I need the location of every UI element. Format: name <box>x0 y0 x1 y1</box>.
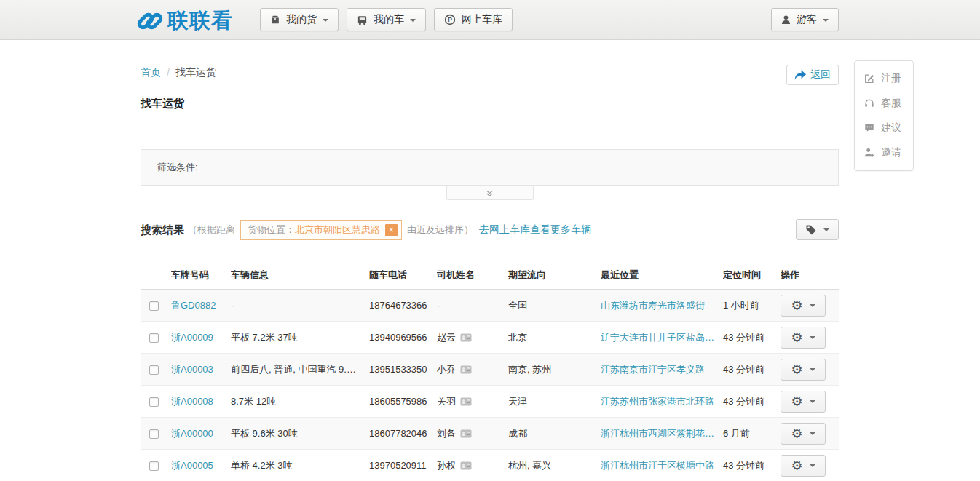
plate-link[interactable]: 浙A00005 <box>171 460 213 471</box>
id-card-icon <box>460 333 472 342</box>
side-panel-item-label: 注册 <box>881 72 901 85</box>
location-cell: 山东潍坊市寿光市洛盛街 <box>601 299 723 312</box>
app-logo[interactable]: 联联看 <box>136 7 233 36</box>
gear-icon: ⚙ <box>791 363 802 376</box>
vehicles-table: 车牌号码车辆信息随车电话司机姓名期望流向最近位置定位时间操作 鲁GD0882-1… <box>141 261 839 481</box>
main-content: 首页 / 找车运货 返回 找车运货 筛选条件: 搜索结果 （根据距离 货物位置：… <box>141 40 839 481</box>
gear-icon: ⚙ <box>791 427 802 440</box>
driver-name: - <box>437 300 440 311</box>
nav-menu-my-truck[interactable]: 我的车 <box>347 8 426 31</box>
table-row: 浙A00005单桥 4.2米 3吨13970520911孙权杭州, 嘉兴浙江杭州… <box>141 450 839 481</box>
chevron-down-icon <box>410 19 416 22</box>
chevron-down-icon <box>823 19 829 22</box>
column-header: 车辆信息 <box>231 269 369 282</box>
results-suffix: 由近及远排序） <box>407 223 473 236</box>
vehicle-info: 单桥 4.2米 3吨 <box>231 459 369 472</box>
nav-menu-label: 我的车 <box>374 13 404 26</box>
side-panel-item-invite[interactable]: 邀请 <box>855 140 913 165</box>
plate-cell: 浙A00005 <box>171 459 231 472</box>
plate-cell: 鲁GD0882 <box>171 299 231 312</box>
logo-text: 联联看 <box>167 7 233 36</box>
column-header: 期望流向 <box>508 269 601 282</box>
row-actions-button[interactable]: ⚙ <box>781 423 826 445</box>
table-row: 浙A000088.7米 12吨18605575986关羽天津江苏苏州市张家港市北… <box>141 386 839 418</box>
row-actions-button[interactable]: ⚙ <box>781 455 826 477</box>
table-row: 浙A00009平板 7.2米 37吨13940969566赵云北京辽宁大连市甘井… <box>141 322 839 354</box>
chevron-down-icon <box>810 336 815 339</box>
more-vehicles-link[interactable]: 去网上车库查看更多车辆 <box>479 223 591 236</box>
row-actions-button[interactable]: ⚙ <box>781 295 826 317</box>
filter-panel: 筛选条件: <box>141 149 839 186</box>
table-row: 浙A00000平板 9.6米 30吨18607782046刘备成都浙江杭州市西湖… <box>141 418 839 450</box>
column-header: 定位时间 <box>723 269 781 282</box>
id-card-icon <box>460 365 472 374</box>
driver-cell: - <box>437 300 508 311</box>
plate-link[interactable]: 浙A00008 <box>171 396 213 407</box>
column-header: 随车电话 <box>369 269 437 282</box>
side-panel-item-register[interactable]: 注册 <box>855 66 913 91</box>
checkbox-cell <box>149 428 171 439</box>
plate-link[interactable]: 鲁GD0882 <box>171 300 216 311</box>
locate-time: 1 小时前 <box>723 299 781 312</box>
id-card-icon <box>460 429 472 438</box>
location-cell: 浙江杭州市江干区横塘中路 <box>601 459 723 472</box>
user-menu-button[interactable]: 游客 <box>771 8 839 31</box>
invite-icon <box>864 148 874 158</box>
gear-icon: ⚙ <box>791 459 802 472</box>
side-panel-item-label: 客服 <box>881 97 901 110</box>
chip-value: 北京市朝阳区慧忠路 <box>295 223 380 236</box>
row-checkbox[interactable] <box>149 429 159 439</box>
location-link[interactable]: 山东潍坊市寿光市洛盛街 <box>601 300 705 311</box>
driver-name: 小乔 <box>437 363 456 376</box>
gear-icon: ⚙ <box>791 299 802 312</box>
table-row: 浙A00003前四后八, 普通, 中国重汽 9.…13951533350小乔南京… <box>141 354 839 386</box>
location-link[interactable]: 江苏南京市江宁区孝义路 <box>601 364 705 375</box>
table-header-row: 车牌号码车辆信息随车电话司机姓名期望流向最近位置定位时间操作 <box>141 261 839 290</box>
double-chevron-down-icon <box>486 189 494 197</box>
table-row: 鲁GD0882-18764673366-全国山东潍坊市寿光市洛盛街1 小时前⚙ <box>141 290 839 322</box>
row-actions-button[interactable]: ⚙ <box>781 359 826 381</box>
back-button[interactable]: 返回 <box>786 65 839 85</box>
side-panel-item-support[interactable]: 客服 <box>855 91 913 116</box>
column-header: 最近位置 <box>601 269 723 282</box>
side-panel-item-feedback[interactable]: 建议 <box>855 116 913 140</box>
column-header: 车牌号码 <box>171 269 231 282</box>
chevron-down-icon <box>810 464 815 467</box>
location-link[interactable]: 江苏苏州市张家港市北环路 <box>601 396 714 407</box>
row-checkbox[interactable] <box>149 365 159 375</box>
chevron-down-icon <box>810 304 815 307</box>
row-actions-button[interactable]: ⚙ <box>781 391 826 413</box>
row-checkbox[interactable] <box>149 333 159 343</box>
filter-label: 筛选条件: <box>141 150 838 185</box>
id-card-icon <box>460 461 472 470</box>
results-prefix: （根据距离 <box>188 223 235 236</box>
expected-direction: 杭州, 嘉兴 <box>508 459 601 472</box>
close-icon[interactable]: × <box>385 224 398 236</box>
row-checkbox[interactable] <box>149 461 159 471</box>
row-checkbox[interactable] <box>149 397 159 407</box>
user-label: 游客 <box>797 13 817 26</box>
parking-icon: P <box>444 14 456 25</box>
row-actions-button[interactable]: ⚙ <box>781 327 826 349</box>
page-title: 找车运货 <box>141 97 184 111</box>
nav-menu-my-cargo[interactable]: 我的货 <box>260 8 339 31</box>
location-link[interactable]: 辽宁大连市甘井子区盐岛… <box>601 332 714 343</box>
tag-filter-button[interactable] <box>796 219 839 240</box>
breadcrumb-current: 找车运货 <box>175 66 216 79</box>
results-bar: 搜索结果 （根据距离 货物位置： 北京市朝阳区慧忠路 × 由近及远排序） 去网上… <box>141 219 591 241</box>
register-icon <box>864 73 874 84</box>
phone-number: 13970520911 <box>369 460 437 471</box>
location-cell: 江苏苏州市张家港市北环路 <box>601 395 723 408</box>
row-checkbox[interactable] <box>149 301 159 311</box>
cargo-location-filter-chip: 货物位置： 北京市朝阳区慧忠路 × <box>240 220 402 240</box>
plate-link[interactable]: 浙A00003 <box>171 364 213 375</box>
nav-menu-online-garage[interactable]: P网上车库 <box>434 8 513 31</box>
location-link[interactable]: 浙江杭州市西湖区紫荆花… <box>601 428 714 439</box>
location-link[interactable]: 浙江杭州市江干区横塘中路 <box>601 460 714 471</box>
filter-expand-toggle[interactable] <box>446 186 534 200</box>
support-icon <box>864 98 874 108</box>
plate-link[interactable]: 浙A00009 <box>171 332 213 343</box>
breadcrumb-home-link[interactable]: 首页 <box>141 66 161 79</box>
location-cell: 江苏南京市江宁区孝义路 <box>601 363 723 376</box>
plate-link[interactable]: 浙A00000 <box>171 428 213 439</box>
